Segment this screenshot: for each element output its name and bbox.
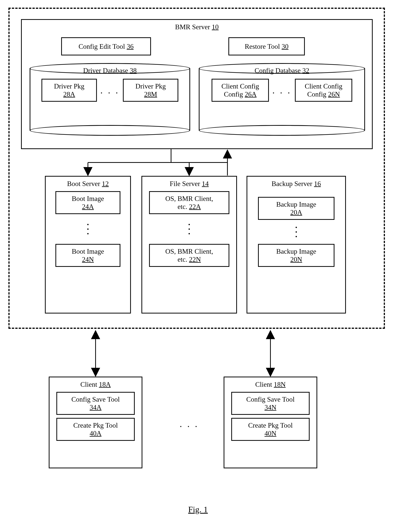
restore-tool: Restore Tool 30: [228, 37, 305, 55]
config-edit-tool: Config Edit Tool 36: [61, 37, 151, 55]
diagram-root: BMR Server 10 Config Edit Tool 36 Restor…: [8, 8, 388, 524]
figure-caption: Fig. 1: [8, 505, 388, 514]
file-server-box: File Server 14 OS, BMR Client, etc. 22A …: [141, 176, 237, 314]
config-save-tool-a: Config Save Tool 34A: [56, 392, 135, 415]
boot-image-n: Boot Image 24N: [55, 244, 120, 267]
backup-server-box: Backup Server 16 Backup Image 20A ··· Ba…: [247, 176, 346, 314]
ellipsis-icon: . . .: [100, 85, 119, 96]
client-config-n: Client Config Config 26N: [295, 79, 352, 102]
file-item-n: OS, BMR Client, etc. 22N: [149, 244, 229, 267]
client-a-box: Client 18A Config Save Tool 34A Create P…: [49, 377, 142, 468]
config-database-title: Config Database 32: [199, 66, 365, 75]
file-item-a: OS, BMR Client, etc. 22A: [149, 191, 229, 214]
ellipsis-icon: . . .: [272, 85, 291, 96]
backup-image-n: Backup Image 20N: [258, 244, 334, 267]
driver-pkg-m: Driver Pkg 28M: [123, 79, 178, 102]
create-pkg-tool-a: Create Pkg Tool 40A: [56, 418, 135, 441]
client-config-a: Client Config Config 26A: [212, 79, 269, 102]
driver-database-title: Driver Database 38: [30, 66, 190, 75]
driver-pkg-a: Driver Pkg 28A: [41, 79, 97, 102]
boot-server-box: Boot Server 12 Boot Image 24A ··· Boot I…: [45, 176, 131, 314]
client-n-box: Client 18N Config Save Tool 34N Create P…: [224, 377, 317, 468]
config-database-cylinder: Config Database 32 Client Config Config …: [199, 63, 365, 136]
boot-image-a: Boot Image 24A: [55, 191, 120, 214]
backup-image-a: Backup Image 20A: [258, 197, 334, 220]
bmr-server-title: BMR Server 10: [175, 23, 219, 31]
driver-database-cylinder: Driver Database 38 Driver Pkg 28A . . . …: [30, 63, 190, 136]
create-pkg-tool-n: Create Pkg Tool 40N: [231, 418, 310, 441]
ellipsis-icon: . . .: [170, 419, 208, 429]
config-save-tool-n: Config Save Tool 34N: [231, 392, 310, 415]
